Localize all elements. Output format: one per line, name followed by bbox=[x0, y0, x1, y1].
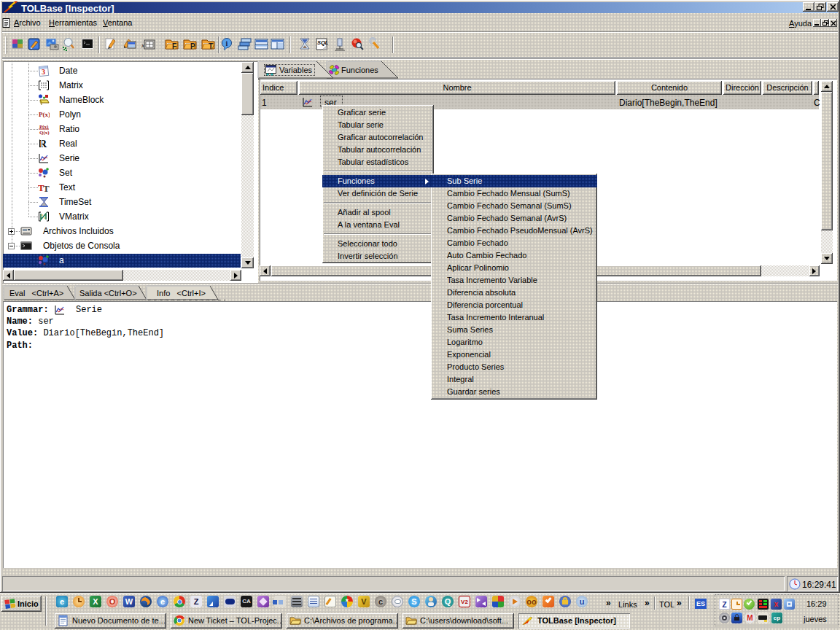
svg-text:R: R bbox=[39, 139, 47, 149]
svg-text:T: T bbox=[209, 42, 213, 50]
svg-text:i: i bbox=[226, 39, 228, 47]
svg-text:Q(x): Q(x) bbox=[39, 130, 50, 135]
svg-text:SQL: SQL bbox=[317, 39, 329, 46]
svg-text:3: 3 bbox=[42, 68, 45, 76]
svg-text:x: x bbox=[141, 42, 144, 49]
svg-text:F: F bbox=[172, 42, 176, 50]
svg-text:P(x): P(x) bbox=[39, 111, 50, 118]
svg-text:T: T bbox=[43, 183, 50, 193]
svg-text:P: P bbox=[190, 42, 195, 50]
